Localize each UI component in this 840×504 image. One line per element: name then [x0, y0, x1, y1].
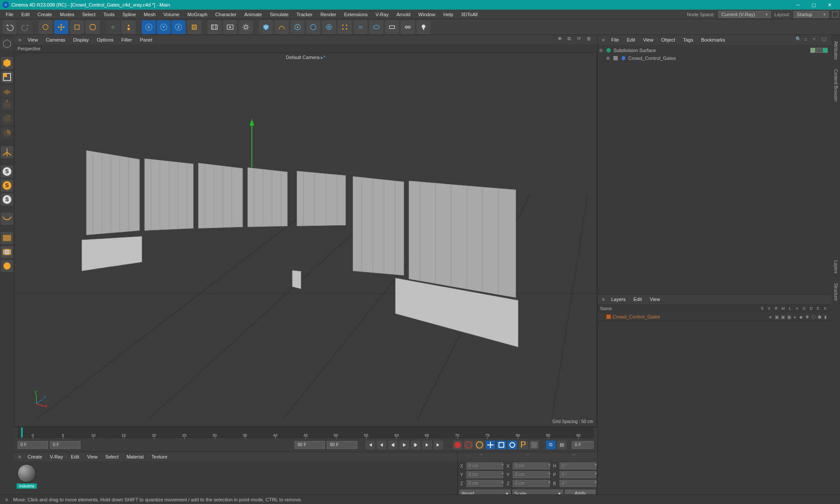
- vtab-layers[interactable]: Layers: [833, 257, 839, 277]
- snap-1-button[interactable]: S: [1, 165, 13, 178]
- menu-file[interactable]: File: [2, 10, 18, 18]
- coord-system-button[interactable]: [187, 20, 201, 34]
- expand-icon[interactable]: ⊞: [606, 56, 611, 60]
- mat-menu-create[interactable]: Create: [24, 453, 46, 461]
- point-mode-button[interactable]: [1, 99, 13, 111]
- rot-h-field[interactable]: 0 °: [560, 462, 596, 469]
- redo-button[interactable]: [18, 20, 32, 34]
- obj-menu-object[interactable]: Object: [657, 36, 679, 44]
- obj-home-icon[interactable]: ⌂: [804, 36, 811, 43]
- close-button[interactable]: ✕: [822, 0, 837, 10]
- menu-animate[interactable]: Animate: [240, 10, 266, 18]
- vp-nav-rotate-icon[interactable]: ⟳: [577, 36, 585, 44]
- grid-1-button[interactable]: [1, 232, 13, 244]
- mat-menu-material[interactable]: Material: [122, 453, 147, 461]
- mat-menu-view[interactable]: View: [83, 453, 102, 461]
- key-pla-button[interactable]: [529, 441, 539, 449]
- time-start-field[interactable]: [18, 441, 48, 449]
- spline-primitive-button[interactable]: [275, 20, 289, 34]
- scene-button[interactable]: [401, 20, 415, 34]
- play-button[interactable]: [399, 441, 409, 449]
- viewport-burger-icon[interactable]: ≡: [16, 37, 24, 42]
- vp-menu-panel[interactable]: Panel: [136, 36, 156, 44]
- vtab-attributes[interactable]: Attributes: [833, 38, 839, 63]
- generator-button[interactable]: [290, 20, 304, 34]
- prev-key-button[interactable]: [377, 441, 386, 449]
- snap-2-button[interactable]: S: [1, 179, 13, 192]
- timeline-opt-2[interactable]: ▤: [557, 441, 567, 449]
- material-name[interactable]: Industria: [17, 483, 37, 489]
- edge-mode-button[interactable]: [1, 113, 13, 125]
- vp-menu-options[interactable]: Options: [93, 36, 117, 44]
- key-scale-button[interactable]: [497, 441, 506, 449]
- lay-menu-edit[interactable]: Edit: [630, 295, 646, 303]
- poly-mode-button[interactable]: [1, 127, 13, 139]
- vp-menu-filter[interactable]: Filter: [117, 36, 136, 44]
- vp-menu-display[interactable]: Display: [69, 36, 93, 44]
- workplane-mode-button[interactable]: [1, 85, 13, 97]
- mat-menu-select[interactable]: Select: [102, 453, 123, 461]
- snap-3-button[interactable]: S: [1, 193, 13, 206]
- layer-color-swatch[interactable]: [606, 315, 611, 319]
- obj-eye-icon[interactable]: ▢: [822, 36, 829, 43]
- material-burger-icon[interactable]: ≡: [16, 454, 24, 459]
- menu-mograph[interactable]: MoGraph: [183, 10, 211, 18]
- size-x-field[interactable]: 0 cm: [513, 462, 550, 469]
- menu-modes[interactable]: Modes: [56, 10, 78, 18]
- size-z-field[interactable]: 0 cm: [513, 480, 550, 487]
- pos-y-field[interactable]: 0 cm: [466, 471, 503, 478]
- status-burger-icon[interactable]: ≡: [3, 497, 10, 502]
- lay-menu-view[interactable]: View: [646, 295, 664, 303]
- obj-menu-tags[interactable]: Tags: [679, 36, 697, 44]
- layout-dropdown[interactable]: Startup▾: [794, 11, 829, 18]
- menu-help[interactable]: Help: [439, 10, 457, 18]
- tree-node-crowdgates[interactable]: ⊞ Crowd_Control_Gates: [598, 54, 830, 62]
- autokey-button[interactable]: [464, 441, 473, 449]
- rotate-tool-button[interactable]: [86, 20, 100, 34]
- menu-edit[interactable]: Edit: [18, 10, 34, 18]
- undo-button[interactable]: [3, 20, 17, 34]
- pos-z-field[interactable]: 0 cm: [466, 480, 503, 487]
- menu-tracker[interactable]: Tracker: [293, 10, 317, 18]
- obj-filter-icon[interactable]: ▿: [813, 36, 820, 43]
- y-axis-lock[interactable]: Y: [157, 20, 171, 34]
- goto-end-button[interactable]: [434, 441, 443, 449]
- key-param-button[interactable]: P: [518, 441, 528, 449]
- menu-create[interactable]: Create: [34, 10, 56, 18]
- menu-3dtoall[interactable]: 3DToAll: [457, 10, 482, 18]
- light-button[interactable]: [385, 20, 399, 34]
- pos-x-field[interactable]: 0 cm: [466, 462, 503, 469]
- time-current-field[interactable]: [50, 441, 80, 449]
- place-tool-button[interactable]: [122, 20, 136, 34]
- render-view-button[interactable]: [207, 20, 221, 34]
- obj-menu-edit[interactable]: Edit: [623, 36, 639, 44]
- timeline-opt-1[interactable]: ⧉: [546, 441, 556, 449]
- vp-nav-zoom-icon[interactable]: ⧉: [567, 36, 575, 44]
- lay-menu-layers[interactable]: Layers: [607, 295, 630, 303]
- deformer-button[interactable]: [306, 20, 320, 34]
- move-tool-button[interactable]: [54, 20, 68, 34]
- time-end-r-field[interactable]: [572, 441, 594, 449]
- timeline-ruler[interactable]: 051015202530354045505560657075808590: [18, 427, 594, 438]
- live-select-button[interactable]: [38, 20, 52, 34]
- vp-menu-view[interactable]: View: [24, 36, 42, 44]
- layer-row[interactable]: Crowd_Control_Gates ●▣▣▣▸◆✱⬡⬢▮: [598, 313, 831, 321]
- grid-2-button[interactable]: [1, 246, 13, 258]
- workplane-button[interactable]: [1, 213, 13, 225]
- nodespace-dropdown[interactable]: Current (V-Ray)▾: [718, 11, 771, 18]
- mat-menu-edit[interactable]: Edit: [67, 453, 83, 461]
- x-axis-lock[interactable]: X: [142, 20, 156, 34]
- z-axis-lock[interactable]: Z: [172, 20, 186, 34]
- menu-simulate[interactable]: Simulate: [266, 10, 293, 18]
- record-button[interactable]: [453, 441, 462, 449]
- menu-window[interactable]: Window: [414, 10, 439, 18]
- menu-arnold[interactable]: Arnold: [392, 10, 414, 18]
- render-settings-button[interactable]: [239, 20, 253, 34]
- rot-b-field[interactable]: 0 °: [560, 480, 596, 487]
- make-editable-button[interactable]: [1, 38, 13, 50]
- menu-volume[interactable]: Volume: [160, 10, 184, 18]
- axis-mode-button[interactable]: [1, 146, 13, 158]
- vtab-content[interactable]: Content Browser: [833, 66, 839, 105]
- time-end-a-field[interactable]: [294, 441, 325, 449]
- layers-burger-icon[interactable]: ≡: [599, 297, 607, 302]
